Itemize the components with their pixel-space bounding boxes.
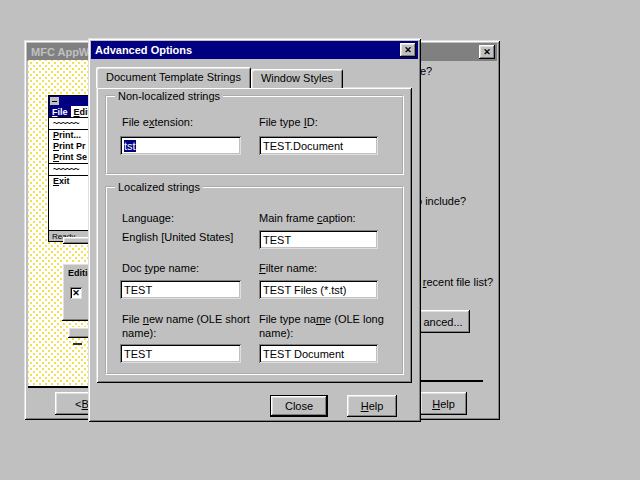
wizard-text-fragment: r recent file list? xyxy=(416,276,493,288)
selected-text: tst xyxy=(124,140,136,152)
advanced-options-dialog: Advanced Options ✕ Document Template Str… xyxy=(88,38,421,422)
main-frame-caption-label: Main frame caption: xyxy=(259,211,356,225)
close-icon[interactable]: ✕ xyxy=(400,43,416,57)
dash-mark xyxy=(73,343,82,345)
group-non-localized: Non-localized strings xyxy=(105,95,404,175)
group-title: Localized strings xyxy=(115,181,203,193)
filter-name-label: Filter name: xyxy=(259,261,317,275)
wizard-title: MFC AppW xyxy=(31,46,89,58)
language-value: English [United States] xyxy=(122,230,233,244)
tab-strip: Document Template Strings Window Styles xyxy=(96,67,343,88)
doc-type-name-label: Doc type name: xyxy=(122,261,199,275)
file-type-id-input[interactable]: TEST.Document xyxy=(259,136,378,155)
checkbox-checked[interactable]: ✕ xyxy=(70,287,82,299)
wizard-text-fragment: e? xyxy=(420,65,432,77)
wizard-separator xyxy=(421,380,483,382)
file-new-name-label: File new name (OLE short name): xyxy=(122,312,250,340)
file-new-name-input[interactable]: TEST xyxy=(120,344,241,363)
tab-document-template-strings[interactable]: Document Template Strings xyxy=(96,67,251,88)
close-button[interactable]: Close xyxy=(270,395,328,417)
advanced-button[interactable]: anced... xyxy=(416,310,470,333)
file-extension-input[interactable]: tst xyxy=(120,136,241,155)
group-title: Non-localized strings xyxy=(115,90,223,102)
main-frame-caption-input[interactable]: TEST xyxy=(259,230,378,249)
system-menu-icon xyxy=(50,97,59,105)
file-extension-label: File extension: xyxy=(122,115,193,129)
mini-menu-file[interactable]: File xyxy=(49,106,71,117)
dialog-titlebar[interactable]: Advanced Options ✕ xyxy=(91,41,418,59)
wizard-text-fragment: o include? xyxy=(416,195,466,207)
file-type-id-label: File type ID: xyxy=(259,115,318,129)
tab-window-styles[interactable]: Window Styles xyxy=(251,69,343,88)
doc-type-name-input[interactable]: TEST xyxy=(120,280,241,299)
language-label: Language: xyxy=(122,211,174,225)
file-type-name-input[interactable]: TEST Document xyxy=(259,344,378,363)
dialog-title: Advanced Options xyxy=(95,44,192,56)
filter-name-input[interactable]: TEST Files (*.tst) xyxy=(259,280,378,299)
close-icon[interactable]: ✕ xyxy=(479,45,495,59)
file-type-name-label: File type name (OLE long name): xyxy=(259,312,389,340)
desktop: MFC AppW ✕ File Edit ~~~~~~ Print... Pri… xyxy=(0,0,640,480)
wizard-help-button[interactable]: Help xyxy=(420,392,467,415)
help-button[interactable]: Help xyxy=(347,395,397,417)
